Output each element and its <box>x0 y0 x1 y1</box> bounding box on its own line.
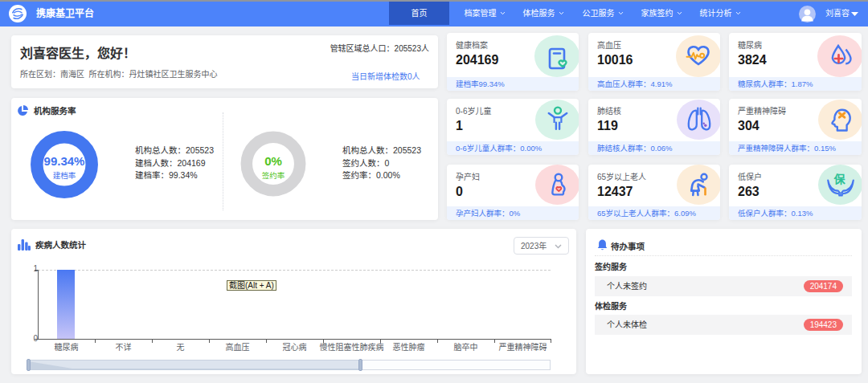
svg-text:保: 保 <box>833 173 845 185</box>
